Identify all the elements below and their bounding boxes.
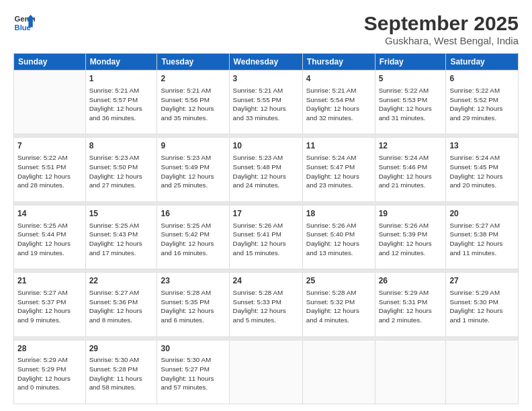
day-number: 10 (233, 140, 299, 152)
day-number: 18 (306, 208, 371, 220)
table-row: 8Sunrise: 5:23 AM Sunset: 5:50 PM Daylig… (85, 138, 157, 201)
day-info: Sunrise: 5:27 AM Sunset: 5:37 PM Dayligh… (17, 288, 82, 325)
table-row: 5Sunrise: 5:22 AM Sunset: 5:53 PM Daylig… (375, 71, 446, 134)
day-info: Sunrise: 5:25 AM Sunset: 5:42 PM Dayligh… (161, 221, 225, 258)
day-number: 30 (161, 343, 225, 355)
day-number: 3 (233, 73, 299, 85)
table-row: 24Sunrise: 5:28 AM Sunset: 5:33 PM Dayli… (229, 273, 302, 336)
day-number: 20 (449, 208, 515, 220)
table-row: 14Sunrise: 5:25 AM Sunset: 5:44 PM Dayli… (14, 205, 86, 269)
col-sunday: Sunday (14, 54, 86, 71)
table-row: 28Sunrise: 5:29 AM Sunset: 5:29 PM Dayli… (14, 340, 86, 404)
day-number: 28 (17, 343, 82, 355)
day-info: Sunrise: 5:24 AM Sunset: 5:47 PM Dayligh… (306, 153, 371, 190)
day-number: 21 (17, 275, 82, 287)
day-number: 2 (161, 73, 225, 85)
day-number: 8 (89, 140, 154, 152)
day-number: 27 (449, 275, 515, 287)
calendar-week-row: 7Sunrise: 5:22 AM Sunset: 5:51 PM Daylig… (14, 138, 519, 201)
table-row: 18Sunrise: 5:26 AM Sunset: 5:40 PM Dayli… (302, 205, 375, 269)
day-info: Sunrise: 5:25 AM Sunset: 5:44 PM Dayligh… (17, 221, 82, 258)
day-number: 4 (306, 73, 371, 85)
day-info: Sunrise: 5:30 AM Sunset: 5:27 PM Dayligh… (161, 355, 225, 392)
location: Guskhara, West Bengal, India (364, 35, 519, 46)
day-number: 24 (233, 275, 299, 287)
logo: General Blue (13, 12, 35, 34)
day-number: 13 (449, 140, 515, 152)
day-info: Sunrise: 5:21 AM Sunset: 5:56 PM Dayligh… (161, 86, 225, 123)
day-info: Sunrise: 5:23 AM Sunset: 5:49 PM Dayligh… (161, 153, 225, 190)
table-row (375, 340, 446, 404)
table-row (14, 71, 86, 134)
day-info: Sunrise: 5:22 AM Sunset: 5:52 PM Dayligh… (449, 86, 515, 123)
day-info: Sunrise: 5:26 AM Sunset: 5:40 PM Dayligh… (306, 221, 371, 258)
day-info: Sunrise: 5:23 AM Sunset: 5:48 PM Dayligh… (233, 153, 299, 190)
col-wednesday: Wednesday (229, 54, 302, 71)
day-number: 1 (89, 73, 154, 85)
day-number: 29 (89, 343, 154, 355)
day-number: 17 (233, 208, 299, 220)
table-row: 11Sunrise: 5:24 AM Sunset: 5:47 PM Dayli… (302, 138, 375, 201)
day-info: Sunrise: 5:30 AM Sunset: 5:28 PM Dayligh… (89, 355, 154, 392)
day-number: 19 (379, 208, 443, 220)
day-info: Sunrise: 5:28 AM Sunset: 5:32 PM Dayligh… (306, 288, 371, 325)
day-number: 9 (161, 140, 225, 152)
table-row: 19Sunrise: 5:26 AM Sunset: 5:39 PM Dayli… (375, 205, 446, 269)
svg-text:Blue: Blue (15, 24, 31, 32)
table-row: 15Sunrise: 5:25 AM Sunset: 5:43 PM Dayli… (85, 205, 157, 269)
table-row: 22Sunrise: 5:27 AM Sunset: 5:36 PM Dayli… (85, 273, 157, 336)
day-number: 26 (379, 275, 443, 287)
calendar: Sunday Monday Tuesday Wednesday Thursday… (13, 53, 519, 404)
day-info: Sunrise: 5:22 AM Sunset: 5:53 PM Dayligh… (379, 86, 443, 123)
calendar-week-row: 14Sunrise: 5:25 AM Sunset: 5:44 PM Dayli… (14, 205, 519, 269)
table-row: 29Sunrise: 5:30 AM Sunset: 5:28 PM Dayli… (85, 340, 157, 404)
table-row: 9Sunrise: 5:23 AM Sunset: 5:49 PM Daylig… (157, 138, 229, 201)
title-block: September 2025 Guskhara, West Bengal, In… (364, 12, 519, 46)
calendar-week-row: 1Sunrise: 5:21 AM Sunset: 5:57 PM Daylig… (14, 71, 519, 134)
table-row (446, 340, 519, 404)
day-number: 15 (89, 208, 154, 220)
day-number: 16 (161, 208, 225, 220)
table-row: 2Sunrise: 5:21 AM Sunset: 5:56 PM Daylig… (157, 71, 229, 134)
calendar-week-row: 21Sunrise: 5:27 AM Sunset: 5:37 PM Dayli… (14, 273, 519, 336)
month-title: September 2025 (364, 12, 519, 35)
day-info: Sunrise: 5:22 AM Sunset: 5:51 PM Dayligh… (17, 153, 82, 190)
day-number: 22 (89, 275, 154, 287)
day-info: Sunrise: 5:24 AM Sunset: 5:45 PM Dayligh… (449, 153, 515, 190)
day-number: 25 (306, 275, 371, 287)
day-info: Sunrise: 5:27 AM Sunset: 5:38 PM Dayligh… (449, 221, 515, 258)
day-number: 14 (17, 208, 82, 220)
table-row: 30Sunrise: 5:30 AM Sunset: 5:27 PM Dayli… (157, 340, 229, 404)
day-number: 5 (379, 73, 443, 85)
day-info: Sunrise: 5:29 AM Sunset: 5:30 PM Dayligh… (449, 288, 515, 325)
day-info: Sunrise: 5:28 AM Sunset: 5:33 PM Dayligh… (233, 288, 299, 325)
table-row: 16Sunrise: 5:25 AM Sunset: 5:42 PM Dayli… (157, 205, 229, 269)
calendar-week-row: 28Sunrise: 5:29 AM Sunset: 5:29 PM Dayli… (14, 340, 519, 404)
day-info: Sunrise: 5:29 AM Sunset: 5:29 PM Dayligh… (17, 355, 82, 392)
table-row: 23Sunrise: 5:28 AM Sunset: 5:35 PM Dayli… (157, 273, 229, 336)
table-row: 4Sunrise: 5:21 AM Sunset: 5:54 PM Daylig… (302, 71, 375, 134)
table-row: 27Sunrise: 5:29 AM Sunset: 5:30 PM Dayli… (446, 273, 519, 336)
table-row: 12Sunrise: 5:24 AM Sunset: 5:46 PM Dayli… (375, 138, 446, 201)
day-info: Sunrise: 5:21 AM Sunset: 5:57 PM Dayligh… (89, 86, 154, 123)
table-row: 3Sunrise: 5:21 AM Sunset: 5:55 PM Daylig… (229, 71, 302, 134)
day-info: Sunrise: 5:23 AM Sunset: 5:50 PM Dayligh… (89, 153, 154, 190)
table-row (229, 340, 302, 404)
table-row: 21Sunrise: 5:27 AM Sunset: 5:37 PM Dayli… (14, 273, 86, 336)
day-info: Sunrise: 5:21 AM Sunset: 5:55 PM Dayligh… (233, 86, 299, 123)
day-info: Sunrise: 5:26 AM Sunset: 5:39 PM Dayligh… (379, 221, 443, 258)
table-row: 6Sunrise: 5:22 AM Sunset: 5:52 PM Daylig… (446, 71, 519, 134)
table-row: 17Sunrise: 5:26 AM Sunset: 5:41 PM Dayli… (229, 205, 302, 269)
table-row: 10Sunrise: 5:23 AM Sunset: 5:48 PM Dayli… (229, 138, 302, 201)
col-tuesday: Tuesday (157, 54, 229, 71)
col-thursday: Thursday (302, 54, 375, 71)
day-info: Sunrise: 5:24 AM Sunset: 5:46 PM Dayligh… (379, 153, 443, 190)
day-info: Sunrise: 5:28 AM Sunset: 5:35 PM Dayligh… (161, 288, 225, 325)
table-row: 7Sunrise: 5:22 AM Sunset: 5:51 PM Daylig… (14, 138, 86, 201)
day-info: Sunrise: 5:27 AM Sunset: 5:36 PM Dayligh… (89, 288, 154, 325)
day-number: 23 (161, 275, 225, 287)
col-saturday: Saturday (446, 54, 519, 71)
table-row: 20Sunrise: 5:27 AM Sunset: 5:38 PM Dayli… (446, 205, 519, 269)
page: General Blue September 2025 Guskhara, We… (0, 0, 532, 411)
day-info: Sunrise: 5:21 AM Sunset: 5:54 PM Dayligh… (306, 86, 371, 123)
